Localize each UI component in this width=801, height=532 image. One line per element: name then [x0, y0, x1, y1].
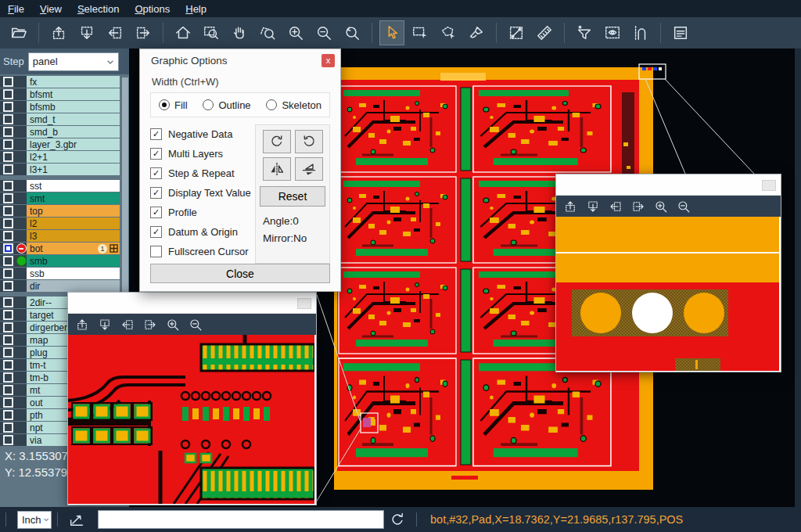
layer-name[interactable]: top	[27, 205, 120, 217]
popup-minimize-button[interactable]	[762, 180, 776, 191]
layer-row-smd_t[interactable]: smd_t	[0, 113, 129, 125]
layer-visibility-checkbox[interactable]	[0, 334, 16, 346]
layer-name[interactable]: smt	[27, 192, 120, 204]
zoom-object-button[interactable]	[255, 20, 280, 45]
checkbox-display-text-value[interactable]: ✓Display Text Value	[150, 183, 253, 203]
rotate-ccw-button[interactable]	[295, 130, 323, 153]
layer-visibility-checkbox[interactable]	[0, 322, 16, 333]
layer-name[interactable]: bfsmt	[27, 88, 120, 100]
layer-visibility-checkbox[interactable]	[0, 164, 16, 175]
command-input[interactable]	[98, 510, 384, 529]
magnifier-left-view[interactable]	[68, 335, 314, 504]
radio-outline[interactable]: Outline	[203, 99, 250, 111]
layer-visibility-checkbox[interactable]	[0, 126, 16, 138]
layer-visibility-checkbox[interactable]	[0, 409, 16, 421]
layers-form-button[interactable]	[668, 20, 693, 45]
step-down-button[interactable]	[74, 20, 99, 45]
view-in-window-button[interactable]	[600, 20, 625, 45]
layer-visibility-checkbox[interactable]	[0, 113, 16, 125]
layer-row-dir[interactable]: dir	[0, 280, 129, 292]
layer-name[interactable]: bfsmb	[27, 101, 120, 113]
close-icon[interactable]: x	[321, 54, 335, 67]
zoom-out-button[interactable]	[189, 318, 203, 332]
magnifier-right-titlebar[interactable]	[556, 174, 781, 196]
layer-visibility-checkbox[interactable]	[0, 151, 16, 163]
open-folder-button[interactable]	[6, 20, 31, 45]
measure-ruler-button[interactable]	[532, 20, 557, 45]
layer-visibility-checkbox[interactable]	[0, 372, 16, 383]
layer-name[interactable]: l3+1	[27, 164, 120, 175]
zoom-in-button[interactable]	[166, 318, 180, 332]
checkbox-negative-data[interactable]: ✓Negative Data	[150, 124, 253, 144]
layer-visibility-checkbox[interactable]	[0, 384, 16, 396]
rotate-cw-button[interactable]	[263, 130, 291, 153]
layer-name[interactable]: sst	[27, 180, 120, 192]
layer-visibility-checkbox[interactable]	[0, 192, 16, 204]
filter-funnel-button[interactable]	[572, 20, 597, 45]
step-right-button[interactable]	[631, 200, 645, 214]
step-left-button[interactable]	[609, 200, 623, 214]
zoom-in-button[interactable]	[654, 200, 668, 214]
pan-hand-button[interactable]	[227, 20, 252, 45]
layer-visibility-checkbox[interactable]	[0, 255, 16, 267]
step-left-button[interactable]	[102, 20, 128, 45]
dialog-titlebar[interactable]: Graphic Options x	[140, 49, 340, 71]
menu-view[interactable]: View	[32, 2, 70, 16]
layer-name[interactable]: ssb	[27, 268, 120, 279]
step-left-button[interactable]	[120, 318, 135, 332]
layer-visibility-checkbox[interactable]	[0, 268, 16, 279]
menu-selection[interactable]: Selection	[70, 2, 127, 16]
select-polygon-button[interactable]	[436, 20, 461, 45]
magnifier-left-titlebar[interactable]	[68, 293, 316, 314]
layer-visibility-checkbox[interactable]	[0, 434, 16, 446]
snap-magnet-button[interactable]	[628, 20, 653, 45]
layer-visibility-checkbox[interactable]	[0, 138, 16, 150]
layer-row-ssb[interactable]: ssb	[0, 268, 129, 279]
layer-row-layer_3.gbr[interactable]: layer_3.gbr	[0, 138, 129, 150]
layer-name[interactable]: fx	[27, 76, 120, 88]
layer-visibility-checkbox[interactable]	[0, 280, 16, 292]
layer-visibility-checkbox[interactable]	[0, 359, 16, 371]
menu-options[interactable]: Options	[127, 2, 178, 16]
step-right-button[interactable]	[131, 20, 156, 45]
zoom-in-button[interactable]	[283, 20, 308, 45]
mirror-horizontal-button[interactable]	[263, 157, 291, 181]
step-down-button[interactable]	[98, 318, 112, 332]
layer-visibility-checkbox[interactable]	[0, 101, 16, 113]
select-arrow-button[interactable]	[379, 20, 404, 45]
layer-name[interactable]: l2+1	[27, 151, 120, 163]
layer-name[interactable]: layer_3.gbr	[27, 138, 120, 150]
step-down-button[interactable]	[586, 200, 600, 214]
checkbox-datum-origin[interactable]: ✓Datum & Origin	[150, 222, 253, 242]
checkbox-step-repeat[interactable]: ✓Step & Repeat	[150, 164, 253, 183]
reset-button[interactable]: Reset	[260, 186, 325, 207]
unit-select[interactable]: Inch	[17, 511, 52, 529]
layer-row-smd_b[interactable]: smd_b	[0, 126, 129, 138]
layer-name[interactable]: smd_b	[27, 126, 120, 138]
layer-visibility-checkbox[interactable]	[0, 76, 16, 88]
layer-name[interactable]: smd_t	[27, 113, 120, 125]
step-up-button[interactable]	[563, 200, 577, 214]
layer-visibility-checkbox[interactable]	[0, 347, 16, 358]
layer-visibility-checkbox[interactable]	[0, 205, 16, 217]
measure-point-button[interactable]	[504, 20, 529, 45]
close-button[interactable]: Close	[150, 264, 330, 283]
layer-visibility-checkbox[interactable]	[0, 297, 16, 308]
layer-row-l3[interactable]: l3	[0, 230, 129, 242]
angle-measure-icon[interactable]	[68, 511, 85, 528]
menu-file[interactable]: File	[0, 2, 32, 16]
zoom-out-button[interactable]	[677, 200, 691, 214]
zoom-previous-button[interactable]	[339, 20, 365, 45]
layer-row-smt[interactable]: smt	[0, 192, 129, 204]
layer-name[interactable]: l3	[27, 230, 120, 242]
home-button[interactable]	[171, 20, 196, 45]
layer-visibility-checkbox[interactable]	[0, 397, 16, 408]
layer-visibility-checkbox[interactable]	[0, 309, 16, 321]
layer-name[interactable]: bot1	[27, 243, 120, 254]
zoom-out-button[interactable]	[311, 20, 336, 45]
layer-row-l2+1[interactable]: l2+1	[0, 151, 129, 163]
layer-visibility-checkbox[interactable]	[0, 422, 16, 433]
layer-row-bfsmt[interactable]: bfsmt	[0, 88, 129, 100]
popup-minimize-button[interactable]	[297, 298, 311, 309]
checkbox-profile[interactable]: ✓Profile	[150, 203, 253, 222]
